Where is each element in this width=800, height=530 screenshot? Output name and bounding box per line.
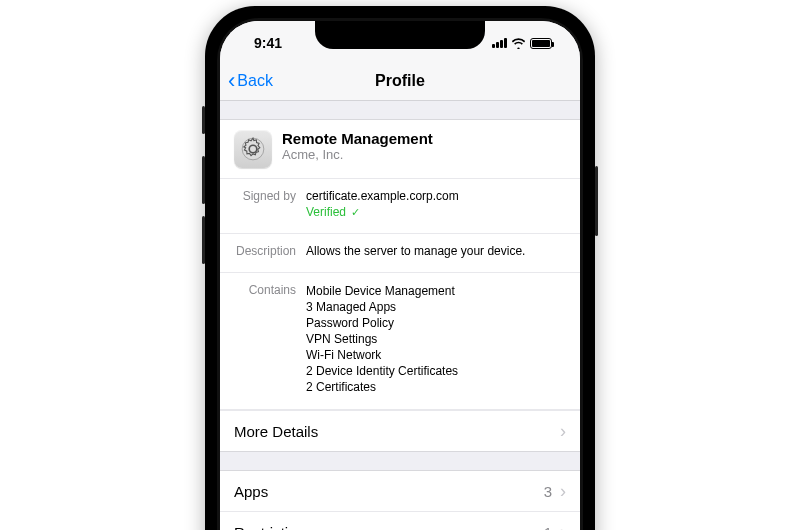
contains-item: Wi-Fi Network <box>306 347 458 363</box>
description-value: Allows the server to manage your device. <box>306 244 525 258</box>
contains-item: VPN Settings <box>306 331 458 347</box>
chevron-right-icon: › <box>560 422 566 440</box>
screen: 9:41 ‹ Back Profile <box>220 21 580 530</box>
contains-item: 3 Managed Apps <box>306 299 458 315</box>
apps-count: 3 <box>544 483 552 500</box>
contains-item: 2 Certificates <box>306 379 458 395</box>
mute-switch <box>202 106 205 134</box>
contains-item: Password Policy <box>306 315 458 331</box>
profile-title: Remote Management <box>282 130 433 147</box>
wifi-icon <box>511 38 526 49</box>
more-details-label: More Details <box>234 423 318 440</box>
verified-label: Verified <box>306 205 346 219</box>
contains-label: Contains <box>234 283 296 395</box>
apps-row[interactable]: Apps 3 › <box>220 470 580 511</box>
more-details-row[interactable]: More Details › <box>220 410 580 452</box>
battery-icon <box>530 38 552 49</box>
chevron-right-icon: › <box>560 482 566 500</box>
profile-organization: Acme, Inc. <box>282 147 433 162</box>
checkmark-icon: ✓ <box>351 206 360 219</box>
contains-block: Contains Mobile Device Management 3 Mana… <box>220 273 580 410</box>
profile-header: Remote Management Acme, Inc. <box>220 119 580 179</box>
signed-by-block: Signed by certificate.example.corp.com V… <box>220 179 580 234</box>
contains-item: 2 Device Identity Certificates <box>306 363 458 379</box>
chevron-left-icon: ‹ <box>228 70 235 92</box>
status-time: 9:41 <box>244 35 282 51</box>
settings-gear-icon <box>234 130 272 168</box>
notch <box>315 21 485 49</box>
restrictions-label: Restrictions <box>234 524 312 531</box>
verified-badge: Verified ✓ <box>306 205 459 219</box>
phone-frame: 9:41 ‹ Back Profile <box>205 6 595 530</box>
nav-bar: ‹ Back Profile <box>220 61 580 101</box>
back-button[interactable]: ‹ Back <box>228 70 273 92</box>
description-block: Description Allows the server to manage … <box>220 234 580 273</box>
contains-item: Mobile Device Management <box>306 283 458 299</box>
apps-label: Apps <box>234 483 268 500</box>
contains-list: Mobile Device Management 3 Managed Apps … <box>306 283 458 395</box>
description-label: Description <box>234 244 296 258</box>
signed-by-label: Signed by <box>234 189 296 219</box>
chevron-right-icon: › <box>560 523 566 530</box>
page-title: Profile <box>375 72 425 90</box>
content: Remote Management Acme, Inc. Signed by c… <box>220 101 580 530</box>
related-group: Apps 3 › Restrictions 1 › <box>220 470 580 530</box>
restrictions-row[interactable]: Restrictions 1 › <box>220 511 580 530</box>
back-label: Back <box>237 72 273 90</box>
volume-up-button <box>202 156 205 204</box>
power-button <box>595 166 598 236</box>
volume-down-button <box>202 216 205 264</box>
cellular-signal-icon <box>492 38 507 48</box>
restrictions-count: 1 <box>544 524 552 531</box>
signed-by-value: certificate.example.corp.com <box>306 189 459 203</box>
